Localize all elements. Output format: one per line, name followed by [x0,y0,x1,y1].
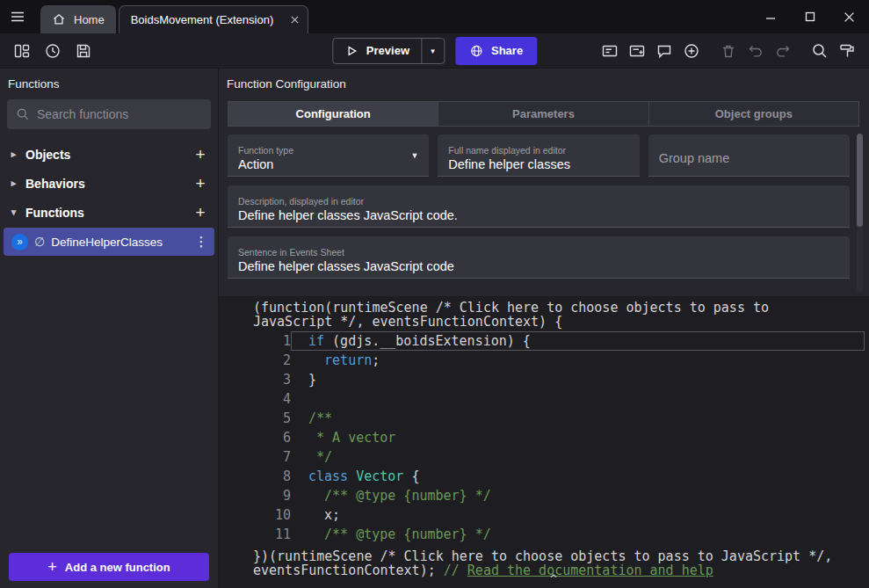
line-content[interactable]: /** @type {number} */ [291,525,869,544]
project-manager-icon [13,42,31,60]
line-content[interactable]: } [291,370,869,389]
code-line[interactable]: 10 x; [219,505,869,525]
save-button[interactable] [72,40,95,62]
form-scrollbar-thumb[interactable] [857,134,863,227]
preview-button-main[interactable]: Preview [333,39,421,63]
code-editor[interactable]: (function(runtimeScene /* Click here to … [219,296,869,588]
select-caret-icon: ▼ [410,151,418,160]
documentation-link[interactable]: Read the documentation and help [467,563,713,578]
line-content[interactable]: return; [291,351,869,370]
chevron-right-icon: ▸ [8,178,19,189]
code-editor-header[interactable]: (function(runtimeScene /* Click here to … [219,301,869,331]
undo-button[interactable] [744,40,767,62]
line-number: 6 [219,428,291,447]
add-subevent-icon [628,42,646,60]
search-icon [16,107,30,121]
tab-close-icon[interactable] [290,15,300,25]
add-behavior-button[interactable]: + [190,174,211,193]
globe-icon [469,44,483,58]
history-button[interactable] [41,40,64,62]
line-content[interactable]: * A vector [291,428,869,447]
redo-button[interactable] [771,40,794,62]
sidebar-item-objects[interactable]: ▸ Objects + [0,140,218,169]
line-content[interactable]: class Vector { [291,467,869,486]
add-subevent-button[interactable] [626,40,648,62]
function-type-select[interactable]: Function type Action ▼ [228,134,429,177]
search-button[interactable] [808,40,831,62]
add-event-icon [601,42,619,60]
function-options-menu-button[interactable]: ⋮ [193,234,209,250]
code-line[interactable]: 2 return; [219,351,869,370]
add-comment-button[interactable] [653,40,676,62]
redo-icon [774,42,792,60]
full-name-label: Full name displayed in editor [448,145,628,156]
add-function-plus-button[interactable]: + [190,203,211,222]
code-line[interactable]: 7 */ [219,447,869,467]
minimize-button[interactable] [750,0,790,33]
group-name-input[interactable] [659,151,839,165]
line-content[interactable]: x; [291,505,869,525]
line-number: 9 [219,486,291,505]
functions-sidebar: Functions ▸ Objects + ▸ Behaviors + ▾ Fu… [0,69,218,588]
function-type-label: Function type [238,145,418,156]
hamburger-menu-button[interactable] [0,0,35,33]
form-row-3: Sentence in Events Sheet Define helper c… [228,236,850,279]
caret-hint: ^ [550,572,557,585]
plus-circle-icon [683,42,700,60]
main-panel-title: Function Configuration [219,69,869,98]
add-object-button[interactable]: + [190,145,211,164]
share-button[interactable]: Share [455,37,537,65]
tab-parameters[interactable]: Parameters [438,102,648,126]
project-manager-button[interactable] [11,40,33,62]
search-box[interactable] [7,99,211,129]
function-configuration-panel: Function Configuration Configuration Par… [218,69,869,588]
line-content[interactable]: if (gdjs.__boidsExtension) { [291,331,865,351]
code-line[interactable]: 8class Vector { [219,467,869,486]
tab-configuration[interactable]: Configuration [228,102,438,126]
description-field[interactable]: Description, displayed in editor Define … [228,185,850,228]
line-content[interactable]: /** @type {number} */ [291,486,869,505]
toolbar-right-group [598,40,858,62]
sidebar-item-behaviors[interactable]: ▸ Behaviors + [0,169,218,198]
theme-button[interactable] [836,40,858,62]
maximize-button[interactable] [790,0,829,33]
toolbar-left-group [11,40,95,62]
chevron-down-icon: ▾ [8,207,19,218]
search-functions-input[interactable] [37,107,202,121]
add-new-function-label: Add a new function [65,561,170,574]
code-line[interactable]: 4 [219,389,869,409]
sidebar-item-functions[interactable]: ▾ Functions + [0,198,218,227]
sentence-value: Define helper classes JavaScript code [238,259,839,273]
undo-icon [747,42,764,60]
code-line[interactable]: 6 * A vector [219,428,869,447]
close-button[interactable] [829,0,869,33]
tab-object-groups[interactable]: Object groups [649,102,858,126]
add-new-function-button[interactable]: + Add a new function [9,553,209,581]
tab-extension[interactable]: BoidsMovement (Extension) [119,5,309,33]
delete-button[interactable] [717,40,740,62]
line-number: 4 [219,389,291,409]
configuration-tabs: Configuration Parameters Object groups [228,101,859,127]
full-name-field[interactable]: Full name displayed in editor Define hel… [438,134,639,177]
line-content[interactable]: /** [291,409,869,428]
code-line[interactable]: 5/** [219,409,869,428]
line-content[interactable]: */ [291,447,869,467]
group-name-field[interactable] [648,134,850,177]
preview-dropdown-button[interactable]: ▾ [421,39,444,63]
window-controls [750,0,869,33]
add-more-events-button[interactable] [680,40,703,62]
app-window: Home BoidsMovement (Extension) [0,0,869,588]
tab-home[interactable]: Home [40,5,116,33]
code-line[interactable]: 3} [219,370,869,389]
line-number: 10 [219,505,291,525]
preview-button[interactable]: Preview ▾ [332,38,445,64]
line-number: 7 [219,447,291,467]
code-editor-footer[interactable]: })(runtimeScene /* Click here to choose … [219,544,869,577]
code-line[interactable]: 11 /** @type {number} */ [219,525,869,544]
sentence-field[interactable]: Sentence in Events Sheet Define helper c… [228,236,850,279]
line-content[interactable] [291,389,869,409]
code-line[interactable]: 9 /** @type {number} */ [219,486,869,505]
code-line[interactable]: 1if (gdjs.__boidsExtension) { [219,331,869,351]
add-event-button[interactable] [598,40,621,62]
function-list-item-selected[interactable]: » ∅ DefineHelperClasses ⋮ [4,228,214,256]
